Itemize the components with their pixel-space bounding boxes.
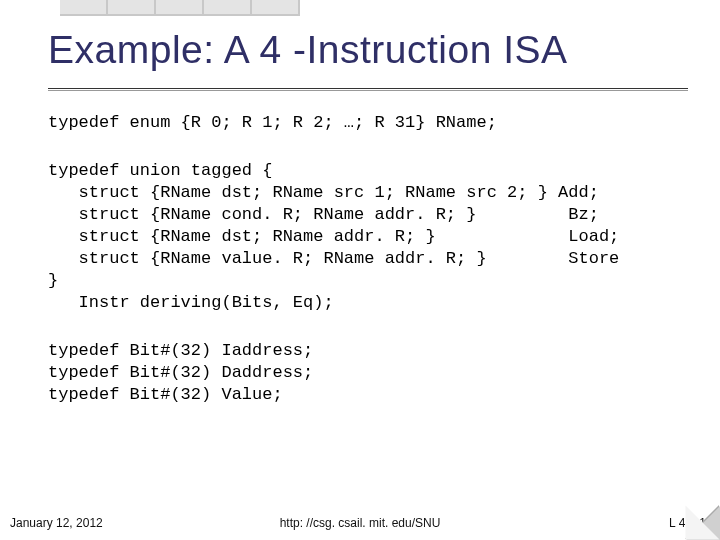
- page-curl-fold: [686, 506, 720, 540]
- code-typedef-enum: typedef enum {R 0; R 1; R 2; …; R 31} RN…: [48, 112, 688, 134]
- code-typedef-union: typedef union tagged { struct {RName dst…: [48, 160, 688, 314]
- decorative-ribbons: [60, 0, 300, 16]
- title-rule: [48, 88, 688, 90]
- footer-url: http: //csg. csail. mit. edu/SNU: [0, 516, 720, 530]
- slide: Example: A 4 -Instruction ISA typedef en…: [0, 0, 720, 540]
- code-typedef-bit: typedef Bit#(32) Iaddress; typedef Bit#(…: [48, 340, 688, 406]
- slide-title: Example: A 4 -Instruction ISA: [48, 28, 568, 72]
